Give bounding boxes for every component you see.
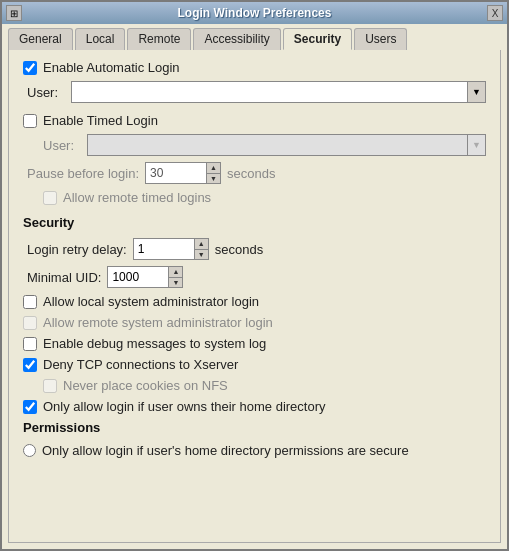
pause-label: Pause before login: bbox=[27, 166, 139, 181]
timed-login-label: Enable Timed Login bbox=[43, 113, 158, 128]
titlebar: ⊞ Login Window Preferences X bbox=[2, 2, 507, 24]
minimal-uid-spin[interactable]: ▲ ▼ bbox=[107, 266, 183, 288]
minimal-uid-spin-up[interactable]: ▲ bbox=[169, 267, 182, 278]
tab-general[interactable]: General bbox=[8, 28, 73, 50]
tab-accessibility[interactable]: Accessibility bbox=[193, 28, 280, 50]
allow-local-admin-checkbox[interactable] bbox=[23, 295, 37, 309]
auto-login-user-row: User: ▼ bbox=[23, 81, 486, 103]
only-allow-home-checkbox[interactable] bbox=[23, 400, 37, 414]
minimal-uid-spin-btns[interactable]: ▲ ▼ bbox=[168, 267, 182, 287]
retry-delay-spin-down[interactable]: ▼ bbox=[195, 250, 208, 260]
timed-login-user-dropdown-btn: ▼ bbox=[467, 135, 485, 155]
only-allow-home-row: Only allow login if user owns their home… bbox=[23, 399, 486, 414]
timed-login-checkbox[interactable] bbox=[23, 114, 37, 128]
only-allow-permissions-radio[interactable] bbox=[23, 444, 36, 457]
never-cookies-checkbox bbox=[43, 379, 57, 393]
retry-delay-unit: seconds bbox=[215, 242, 263, 257]
retry-delay-row: Login retry delay: ▲ ▼ seconds bbox=[23, 238, 486, 260]
auto-login-user-label: User: bbox=[27, 85, 65, 100]
main-window: ⊞ Login Window Preferences X General Loc… bbox=[0, 0, 509, 551]
pause-spin-down: ▼ bbox=[207, 174, 220, 184]
timed-login-row: Enable Timed Login bbox=[23, 113, 486, 128]
allow-remote-checkbox bbox=[43, 191, 57, 205]
retry-delay-label: Login retry delay: bbox=[27, 242, 127, 257]
tab-users[interactable]: Users bbox=[354, 28, 407, 50]
window-title: Login Window Preferences bbox=[22, 6, 487, 20]
security-section: Security Login retry delay: ▲ ▼ seconds … bbox=[23, 215, 486, 458]
content-area: Enable Automatic Login User: ▼ Enable Ti… bbox=[8, 50, 501, 543]
auto-login-label: Enable Automatic Login bbox=[43, 60, 180, 75]
allow-remote-label: Allow remote timed logins bbox=[63, 190, 211, 205]
timed-login-user-input bbox=[88, 135, 467, 155]
never-cookies-label: Never place cookies on NFS bbox=[63, 378, 228, 393]
allow-remote-admin-label: Allow remote system administrator login bbox=[43, 315, 273, 330]
minimal-uid-spin-down[interactable]: ▼ bbox=[169, 278, 182, 288]
minimal-uid-row: Minimal UID: ▲ ▼ bbox=[23, 266, 486, 288]
retry-delay-spin-btns[interactable]: ▲ ▼ bbox=[194, 239, 208, 259]
auto-login-section: Enable Automatic Login User: ▼ bbox=[23, 60, 486, 103]
enable-debug-row: Enable debug messages to system log bbox=[23, 336, 486, 351]
minimal-uid-input[interactable] bbox=[108, 268, 168, 286]
allow-local-admin-row: Allow local system administrator login bbox=[23, 294, 486, 309]
close-button[interactable]: X bbox=[487, 5, 503, 21]
tab-local[interactable]: Local bbox=[75, 28, 126, 50]
timed-login-section: Enable Timed Login User: ▼ Pause before … bbox=[23, 113, 486, 205]
tab-bar: General Local Remote Accessibility Secur… bbox=[2, 24, 507, 50]
pause-spin-btns: ▲ ▼ bbox=[206, 163, 220, 183]
retry-delay-spin-up[interactable]: ▲ bbox=[195, 239, 208, 250]
tab-remote[interactable]: Remote bbox=[127, 28, 191, 50]
pause-row: Pause before login: ▲ ▼ seconds bbox=[23, 162, 486, 184]
allow-remote-admin-row: Allow remote system administrator login bbox=[23, 315, 486, 330]
timed-login-user-combo: ▼ bbox=[87, 134, 486, 156]
allow-local-admin-label: Allow local system administrator login bbox=[43, 294, 259, 309]
permissions-title: Permissions bbox=[23, 420, 486, 435]
retry-delay-input[interactable] bbox=[134, 240, 194, 258]
pause-input bbox=[146, 164, 206, 182]
never-cookies-row: Never place cookies on NFS bbox=[23, 378, 486, 393]
auto-login-row: Enable Automatic Login bbox=[23, 60, 486, 75]
auto-login-user-combo[interactable]: ▼ bbox=[71, 81, 486, 103]
only-allow-permissions-label: Only allow login if user's home director… bbox=[42, 443, 409, 458]
window-icon: ⊞ bbox=[6, 5, 22, 21]
deny-tcp-checkbox[interactable] bbox=[23, 358, 37, 372]
only-allow-home-label: Only allow login if user owns their home… bbox=[43, 399, 326, 414]
enable-debug-checkbox[interactable] bbox=[23, 337, 37, 351]
allow-remote-row: Allow remote timed logins bbox=[23, 190, 486, 205]
auto-login-user-input[interactable] bbox=[72, 82, 467, 102]
retry-delay-spin[interactable]: ▲ ▼ bbox=[133, 238, 209, 260]
auto-login-user-dropdown-btn[interactable]: ▼ bbox=[467, 82, 485, 102]
pause-spin-up: ▲ bbox=[207, 163, 220, 174]
deny-tcp-label: Deny TCP connections to Xserver bbox=[43, 357, 238, 372]
security-title: Security bbox=[23, 215, 486, 230]
timed-login-user-label: User: bbox=[43, 138, 81, 153]
tab-security[interactable]: Security bbox=[283, 28, 352, 50]
deny-tcp-row: Deny TCP connections to Xserver bbox=[23, 357, 486, 372]
enable-debug-label: Enable debug messages to system log bbox=[43, 336, 266, 351]
timed-login-user-row: User: ▼ bbox=[23, 134, 486, 156]
auto-login-checkbox[interactable] bbox=[23, 61, 37, 75]
pause-spin: ▲ ▼ bbox=[145, 162, 221, 184]
pause-unit: seconds bbox=[227, 166, 275, 181]
only-allow-permissions-row: Only allow login if user's home director… bbox=[23, 443, 486, 458]
allow-remote-admin-checkbox bbox=[23, 316, 37, 330]
minimal-uid-label: Minimal UID: bbox=[27, 270, 101, 285]
